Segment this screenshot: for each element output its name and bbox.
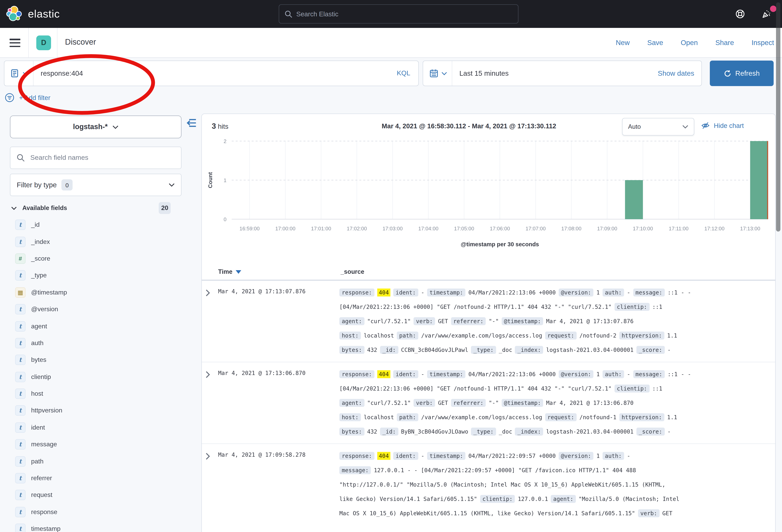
chevron-down-icon — [169, 183, 175, 187]
refresh-button[interactable]: Refresh — [710, 61, 774, 86]
field-value: logstash-2021.03.04-000001 — [546, 428, 634, 435]
action-inspect[interactable]: Inspect — [751, 38, 774, 47]
field-host[interactable]: thost — [15, 385, 187, 402]
brand-name: elastic — [28, 8, 60, 20]
field-_type[interactable]: t_type — [15, 267, 187, 284]
collapse-sidebar-icon[interactable] — [186, 118, 197, 128]
kibana-discover-page: elastic Search Elastic — [0, 0, 782, 532]
field-name: timestamp — [31, 525, 61, 532]
field-auth[interactable]: tauth — [15, 335, 187, 351]
field-badge: httpversion: — [619, 332, 664, 340]
filter-by-type-select[interactable]: Filter by type 0 — [10, 174, 181, 196]
field-badge: ident: — [393, 452, 418, 460]
expand-row-icon[interactable] — [205, 285, 218, 357]
field-name: @timestamp — [31, 289, 67, 296]
field-badge: referrer: — [451, 317, 486, 325]
field-value: 1.1 — [667, 414, 677, 420]
help-icon[interactable] — [735, 9, 745, 19]
elastic-logo[interactable]: elastic — [6, 5, 60, 23]
histogram-chart[interactable]: 16:59:0017:00:0017:01:0017:02:0017:03:00… — [202, 138, 775, 261]
row-source: response:404ident:-timestamp:04/Mar/2021… — [340, 449, 775, 521]
action-new[interactable]: New — [616, 38, 630, 47]
field-response[interactable]: tresponse — [15, 503, 187, 521]
menu-icon[interactable] — [9, 39, 20, 47]
column-time[interactable]: Time — [218, 268, 341, 275]
interval-select[interactable]: Auto — [622, 118, 694, 136]
filter-icon — [5, 93, 14, 103]
eye-slash-icon — [701, 121, 710, 130]
add-filter-label: + Add filter — [19, 94, 50, 102]
query-bar-row: response:404 KQL Last 15 minutes Show da… — [0, 58, 782, 114]
action-open[interactable]: Open — [681, 38, 698, 47]
number-type-icon: # — [15, 254, 26, 264]
saved-query-menu[interactable] — [4, 61, 34, 86]
field-agent[interactable]: tagent — [15, 318, 187, 335]
field-clientip[interactable]: tclientip — [15, 369, 187, 385]
available-fields-toggle[interactable]: Available fields 20 — [11, 202, 171, 214]
highlighted-value: 404 — [377, 370, 391, 378]
field-referrer[interactable]: treferrer — [15, 470, 187, 487]
field-timestamp[interactable]: ttimestamp — [15, 521, 187, 532]
hide-chart-button[interactable]: Hide chart — [701, 121, 744, 130]
histogram-bar[interactable] — [750, 141, 768, 219]
field-bytes[interactable]: tbytes — [15, 351, 187, 369]
field-name: referrer — [31, 474, 52, 482]
string-type-icon: t — [15, 270, 26, 281]
global-search-input[interactable]: Search Elastic — [279, 4, 519, 24]
action-share[interactable]: Share — [715, 38, 734, 47]
field-value: [04/Mar/2021:22:13:06 +0000] "GET /notfo… — [340, 385, 611, 392]
chevron-down-icon — [23, 72, 28, 75]
highlighted-value: 404 — [377, 452, 391, 460]
query-language-button[interactable]: KQL — [397, 69, 410, 77]
add-filter[interactable]: + Add filter — [5, 93, 50, 103]
field-value: "-" — [489, 318, 499, 325]
doc-table-body: Mar 4, 2021 @ 17:13:07.876response:404id… — [202, 280, 775, 525]
string-type-icon: t — [15, 439, 26, 450]
string-type-icon: t — [15, 507, 26, 517]
field-ident[interactable]: tident — [15, 419, 187, 436]
field-name: host — [31, 390, 43, 397]
field-_index[interactable]: t_index — [15, 233, 187, 250]
show-dates-button[interactable]: Show dates — [658, 69, 694, 77]
newsfeed-icon[interactable] — [761, 9, 772, 19]
field-name: request — [31, 492, 52, 499]
field-httpversion[interactable]: thttpversion — [15, 402, 187, 419]
histogram-bar[interactable] — [625, 180, 643, 219]
field-_id[interactable]: t_id — [15, 216, 187, 233]
hits-label: hits — [218, 123, 228, 130]
string-type-icon: t — [15, 524, 26, 532]
field-name: _score — [31, 255, 50, 262]
action-save[interactable]: Save — [647, 38, 663, 47]
field-request[interactable]: trequest — [15, 487, 187, 504]
string-type-icon: t — [15, 321, 26, 331]
date-quick-menu[interactable] — [423, 61, 452, 86]
string-type-icon: t — [15, 236, 26, 247]
divider — [57, 28, 58, 58]
string-type-icon: t — [15, 406, 26, 416]
date-picker[interactable]: Last 15 minutes Show dates — [423, 61, 702, 86]
field-value: ::1 — [652, 385, 662, 392]
field-search-input[interactable]: Search field names — [10, 147, 181, 169]
field-value: 1 — [596, 453, 600, 459]
space-avatar[interactable]: D — [36, 35, 51, 50]
field-badge: verb: — [414, 317, 435, 325]
field-name: clientip — [31, 373, 51, 380]
field-_score[interactable]: #_score — [15, 250, 187, 267]
expand-row-icon[interactable] — [205, 449, 218, 521]
field-message[interactable]: tmessage — [15, 436, 187, 453]
query-input[interactable]: response:404 KQL — [4, 61, 419, 86]
table-row: Mar 4, 2021 @ 17:13:07.876response:404id… — [202, 280, 775, 362]
field-badge: agent: — [551, 495, 576, 503]
row-timestamp: Mar 4, 2021 @ 17:13:06.870 — [218, 367, 340, 439]
sort-desc-icon[interactable] — [236, 270, 241, 274]
index-pattern-selector[interactable]: logstash-* — [10, 116, 181, 138]
refresh-label: Refresh — [735, 69, 760, 77]
expand-row-icon[interactable] — [205, 367, 218, 439]
field-path[interactable]: tpath — [15, 453, 187, 470]
page-scrollbar[interactable] — [776, 2, 780, 231]
svg-text:17:01:00: 17:01:00 — [311, 226, 331, 231]
field-value: logstash-2021.03.04-000001 — [546, 347, 634, 353]
string-type-icon: t — [15, 456, 26, 466]
field-@timestamp[interactable]: ▦@timestamp — [15, 284, 187, 301]
field-@version[interactable]: t@version — [15, 301, 187, 318]
